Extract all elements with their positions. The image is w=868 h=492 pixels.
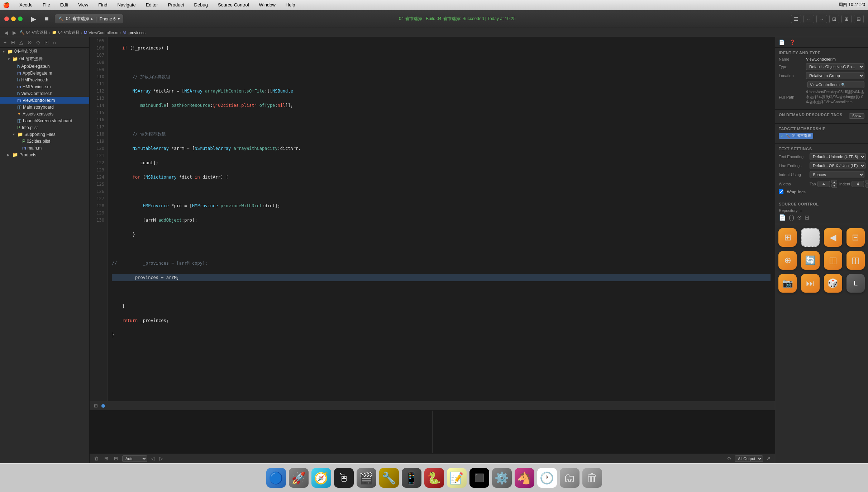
- tree-item-infoplist[interactable]: P Info.plist: [0, 124, 89, 131]
- add-file-button[interactable]: +: [2, 39, 8, 46]
- menu-debug[interactable]: Debug: [192, 1, 210, 8]
- rt-icon-7[interactable]: ◫: [824, 251, 842, 270]
- version-editor-button[interactable]: ⊟: [854, 15, 864, 23]
- code-view[interactable]: 105 106 107 108 109 110 111 112 113 114 …: [90, 37, 775, 401]
- tree-item-mainm[interactable]: m main.m: [0, 145, 89, 151]
- dock-iphone[interactable]: 📱: [402, 468, 421, 488]
- rt-icon-12[interactable]: L: [846, 274, 865, 293]
- tree-item-group[interactable]: ▼ 📁 04-省市选择: [0, 55, 89, 63]
- editor-mode-select[interactable]: Auto Preview: [122, 455, 147, 462]
- rt-icon-4[interactable]: ⊟: [846, 228, 865, 247]
- sc-btn-4[interactable]: ⊞: [805, 214, 809, 221]
- breadcrumb-symbol[interactable]: -provinces: [127, 30, 146, 35]
- nav-search-button[interactable]: ⌕: [52, 39, 57, 46]
- tree-item-mainstoryboard[interactable]: ◫ Main.storyboard: [0, 104, 89, 110]
- assistant-editor-button[interactable]: ⊞: [841, 15, 852, 23]
- output-filter-select[interactable]: All Output: [735, 455, 763, 462]
- nav-errors-button[interactable]: ◇: [35, 39, 42, 46]
- tree-item-root[interactable]: ▼ 📁 04-省市选择: [0, 48, 89, 55]
- navigator-toggle-button[interactable]: ☰: [791, 15, 801, 23]
- tree-item-hmprovinceM[interactable]: m HMProvince.m: [0, 83, 89, 90]
- dock-tools[interactable]: 🔧: [379, 468, 399, 488]
- nav-next-button[interactable]: ▷: [158, 455, 164, 462]
- tree-item-assets[interactable]: ✦ Assets.xcassets: [0, 110, 89, 117]
- run-button[interactable]: ▶: [28, 14, 39, 24]
- sc-btn-1[interactable]: 📄: [779, 214, 786, 221]
- apple-menu[interactable]: 🍎: [3, 1, 10, 8]
- dock-player[interactable]: 🎬: [357, 468, 376, 488]
- nav-filter-button[interactable]: ⊞: [9, 39, 16, 46]
- breadcrumb-group[interactable]: 04-省市选择: [58, 30, 80, 35]
- rt-icon-11[interactable]: 🎲: [824, 274, 842, 293]
- rt-icon-9[interactable]: 📷: [778, 274, 797, 293]
- menu-product[interactable]: Product: [166, 1, 186, 8]
- tree-item-02cities[interactable]: P 02cities.plist: [0, 138, 89, 145]
- dock-safari[interactable]: 🧭: [311, 468, 331, 488]
- tree-item-viewcontrollerH[interactable]: h ViewController.h: [0, 90, 89, 97]
- nav-warnings-button[interactable]: ⊙: [26, 39, 33, 46]
- filter-button[interactable]: ⊙: [726, 455, 733, 462]
- code-toolbar-btn-1[interactable]: ⊞: [92, 402, 99, 409]
- breadcrumb-project[interactable]: 04-省市选择: [26, 30, 48, 35]
- tab-increment[interactable]: ▲: [831, 180, 837, 184]
- dock-notes[interactable]: 📝: [447, 468, 467, 488]
- menu-edit[interactable]: Edit: [58, 1, 70, 8]
- forward-nav-button[interactable]: ▶: [11, 29, 18, 36]
- tree-item-supporting-files[interactable]: ▼ 📁 Supporting Files: [0, 131, 89, 138]
- dock-finder[interactable]: 🔵: [266, 468, 286, 488]
- inspector-encoding-select[interactable]: Default - Unicode (UTF-8): [810, 153, 866, 160]
- dock-terminal[interactable]: ⬛: [469, 468, 489, 488]
- rt-icon-1[interactable]: ⊞: [778, 228, 797, 247]
- stop-button[interactable]: ■: [42, 14, 52, 24]
- tree-item-launchstoryboard[interactable]: ◫ LaunchScreen.storyboard: [0, 117, 89, 124]
- inspector-location-select[interactable]: Relative to Group: [806, 72, 864, 79]
- output-split-button[interactable]: ⊞: [103, 455, 110, 462]
- output-jump-button[interactable]: ↗: [765, 455, 772, 462]
- output-clear-button[interactable]: 🗑: [92, 455, 100, 462]
- rt-icon-5[interactable]: ⊕: [778, 251, 797, 270]
- code-content[interactable]: if (!_provinces) { // 加载为字典数组 NSArray *d…: [108, 37, 775, 401]
- rt-icon-8[interactable]: ◫: [846, 251, 865, 270]
- dock-launchpad[interactable]: 🚀: [289, 468, 309, 488]
- inspector-lineendings-select[interactable]: Default - OS X / Unix (LF): [810, 162, 865, 169]
- dock-prefs[interactable]: ⚙️: [492, 468, 512, 488]
- nav-recent-button[interactable]: ⊡: [43, 39, 50, 46]
- menu-view[interactable]: View: [76, 1, 90, 8]
- inspector-indent-select[interactable]: Spaces Tabs: [810, 171, 864, 178]
- forward-button[interactable]: →: [816, 15, 827, 23]
- dock-mouseposex[interactable]: 🖱: [334, 468, 354, 488]
- inspector-file-btn[interactable]: 📄: [777, 39, 786, 46]
- inspector-location-reveal-btn[interactable]: 🔍: [841, 83, 845, 87]
- tree-item-appdelegatem[interactable]: m AppDelegate.m: [0, 70, 89, 76]
- nav-prev-button[interactable]: ◁: [149, 455, 156, 462]
- menu-navigate[interactable]: Navigate: [115, 1, 138, 8]
- menu-file[interactable]: File: [40, 1, 52, 8]
- scheme-selector[interactable]: 🔨 04-省市选择 ▸ | iPhone 6 ▾: [54, 14, 124, 24]
- back-nav-button[interactable]: ◀: [3, 29, 10, 36]
- inspector-help-btn[interactable]: ❓: [788, 39, 797, 46]
- breadcrumb-file[interactable]: ViewController.m: [89, 30, 118, 35]
- tree-item-hmprovinceH[interactable]: h HMProvince.h: [0, 76, 89, 83]
- dock-folder[interactable]: 🗂: [560, 468, 580, 488]
- back-button[interactable]: ←: [803, 15, 814, 23]
- tab-decrement[interactable]: ▼: [831, 184, 837, 188]
- dock-clock[interactable]: 🕐: [537, 468, 557, 488]
- rt-icon-10[interactable]: ⏭: [801, 274, 819, 293]
- dock-another[interactable]: 🐴: [515, 468, 534, 488]
- menu-window[interactable]: Window: [257, 1, 278, 8]
- rt-icon-6[interactable]: 🔄: [801, 251, 819, 270]
- menu-xcode[interactable]: Xcode: [17, 1, 35, 8]
- dock-terminal2[interactable]: 🐍: [424, 468, 444, 488]
- inspector-type-select[interactable]: Default - Objective-C So...: [806, 63, 864, 70]
- output-split-button-2[interactable]: ⊟: [113, 455, 119, 462]
- menu-find[interactable]: Find: [96, 1, 109, 8]
- nav-hierarchy-button[interactable]: △: [18, 39, 25, 46]
- standard-editor-button[interactable]: ⊡: [829, 15, 839, 23]
- menu-source-control[interactable]: Source Control: [216, 1, 251, 8]
- sc-btn-3[interactable]: ⊙: [797, 214, 802, 221]
- indent-increment[interactable]: ▲: [865, 180, 868, 184]
- menu-editor[interactable]: Editor: [144, 1, 160, 8]
- menu-help[interactable]: Help: [283, 1, 297, 8]
- rt-icon-2[interactable]: ○: [801, 228, 819, 247]
- maximize-window-button[interactable]: [18, 16, 23, 21]
